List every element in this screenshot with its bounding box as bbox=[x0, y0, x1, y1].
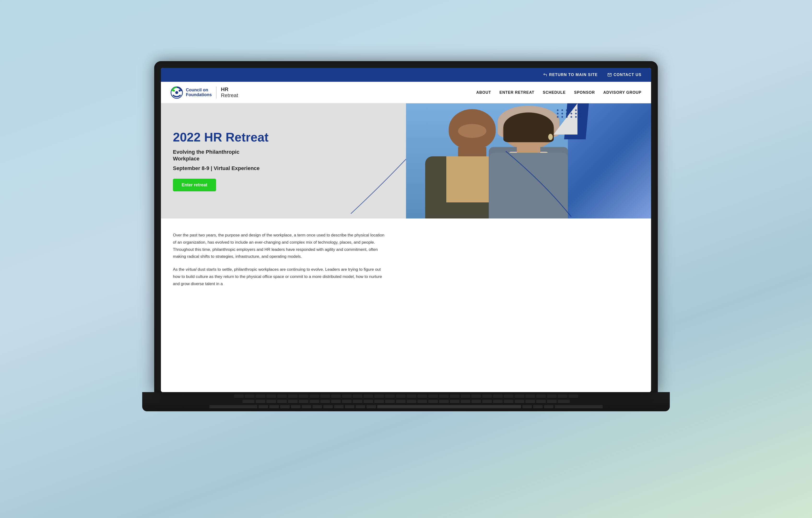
contact-us-link[interactable]: CONTACT US bbox=[607, 73, 642, 77]
svg-point-4 bbox=[179, 90, 181, 92]
logo-area: Council on Foundations HR Retreat bbox=[171, 86, 476, 99]
svg-point-3 bbox=[173, 90, 175, 92]
laptop-screen: RETURN TO MAIN SITE CONTACT US bbox=[161, 68, 651, 392]
geo-triangle-white bbox=[553, 103, 577, 135]
contact-link-text: CONTACT US bbox=[614, 73, 642, 77]
main-navigation: Council on Foundations HR Retreat ABOUT … bbox=[161, 82, 651, 103]
logo-foundations: Foundations bbox=[186, 92, 212, 97]
laptop-bezel: RETURN TO MAIN SITE CONTACT US bbox=[154, 61, 658, 392]
laptop-keyboard bbox=[142, 392, 670, 411]
body-paragraph-2: As the virtual dust starts to settle, ph… bbox=[173, 266, 389, 287]
svg-point-2 bbox=[175, 91, 178, 94]
utility-bar: RETURN TO MAIN SITE CONTACT US bbox=[161, 68, 651, 82]
nav-about[interactable]: ABOUT bbox=[476, 90, 491, 95]
hero-left: 2022 HR Retreat Evolving the Philanthrop… bbox=[161, 103, 406, 219]
body-paragraph-1: Over the past two years, the purpose and… bbox=[173, 232, 389, 260]
logo-divider bbox=[216, 87, 216, 98]
hero-section: 2022 HR Retreat Evolving the Philanthrop… bbox=[161, 103, 651, 219]
nav-schedule[interactable]: SCHEDULE bbox=[543, 90, 566, 95]
hero-right bbox=[406, 103, 651, 219]
logo-text: Council on Foundations bbox=[186, 88, 212, 97]
laptop-wrapper: RETURN TO MAIN SITE CONTACT US bbox=[142, 61, 670, 457]
hero-title: 2022 HR Retreat bbox=[173, 131, 394, 144]
logo-council: Council on bbox=[186, 88, 212, 92]
return-to-main-link[interactable]: RETURN TO MAIN SITE bbox=[543, 73, 598, 77]
logo-retreat: Retreat bbox=[221, 92, 238, 98]
enter-retreat-button[interactable]: Enter retreat bbox=[173, 179, 216, 191]
logo-hr-block: HR Retreat bbox=[221, 87, 238, 98]
geo-dots-pattern bbox=[557, 109, 582, 118]
body-content: Over the past two years, the purpose and… bbox=[161, 219, 651, 392]
return-arrow-icon bbox=[543, 73, 547, 77]
hero-curve-line bbox=[480, 149, 578, 219]
envelope-icon bbox=[607, 73, 612, 77]
logo-hr: HR bbox=[221, 87, 238, 92]
nav-sponsor[interactable]: SPONSOR bbox=[574, 90, 595, 95]
council-logo-icon bbox=[171, 86, 183, 99]
keyboard-rows bbox=[190, 395, 622, 409]
nav-enter-retreat[interactable]: ENTER RETREAT bbox=[499, 90, 534, 95]
nav-advisory-group[interactable]: ADVISORY GROUP bbox=[603, 90, 641, 95]
nav-links: ABOUT ENTER RETREAT SCHEDULE SPONSOR ADV… bbox=[476, 90, 641, 95]
return-link-text: RETURN TO MAIN SITE bbox=[549, 73, 598, 77]
